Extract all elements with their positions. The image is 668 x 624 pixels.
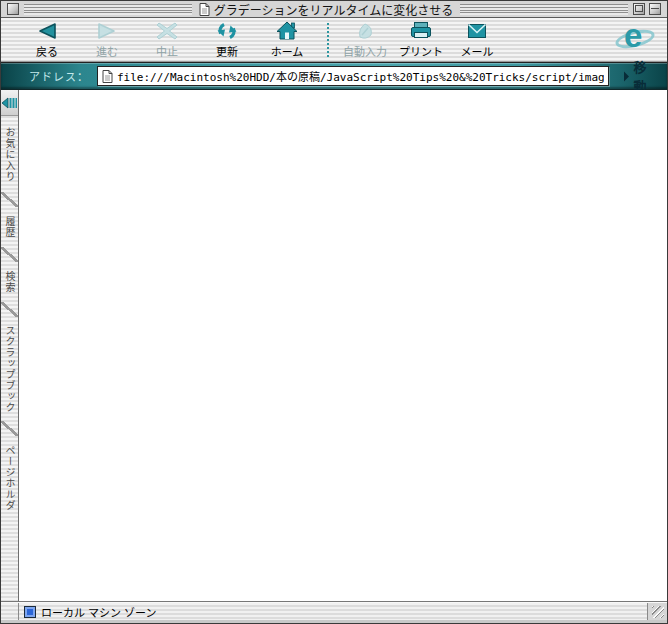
address-label: アドレス：: [29, 68, 89, 84]
sidebar-tab-separator: [1, 247, 18, 262]
home-button[interactable]: ホーム: [257, 20, 317, 60]
title-bar[interactable]: グラデーションをリアルタイムに変化させる: [1, 1, 667, 18]
sidebar-tab-separator: [1, 192, 18, 207]
toolbar-separator: [327, 23, 329, 57]
print-button-label: プリント: [399, 43, 443, 59]
autofill-pen-icon: [353, 20, 377, 42]
internet-explorer-logo: e: [615, 22, 657, 58]
zoom-box[interactable]: [633, 3, 645, 15]
home-button-label: ホーム: [271, 43, 304, 59]
chevron-right-icon: [623, 71, 630, 82]
ie-logo-letter: e: [624, 19, 642, 52]
autofill-button[interactable]: 自動入力: [339, 20, 391, 60]
back-button-label: 戻る: [36, 43, 58, 59]
titlebar-stripes: [24, 4, 192, 15]
stop-x-icon: [155, 20, 179, 42]
resize-grip-icon: [652, 606, 664, 618]
security-zone-text: ローカル マシン ゾーン: [41, 604, 157, 620]
window-bottom-edge: [1, 620, 667, 623]
mail-button-label: メール: [461, 43, 494, 59]
security-zone-icon: [24, 606, 36, 618]
document-icon: [102, 70, 113, 83]
forward-arrow-icon: [95, 20, 119, 42]
print-button[interactable]: プリント: [391, 20, 451, 60]
sidebar-tab-scrapbook[interactable]: スクラップブック: [2, 317, 17, 421]
sidebar-tab-separator: [1, 302, 18, 317]
back-arrow-icon: [35, 20, 59, 42]
close-box[interactable]: [7, 3, 19, 15]
address-url-text: file:///Macintosh%20HDD/本の原稿/JavaScript%…: [117, 68, 604, 84]
forward-button-label: 進む: [96, 43, 118, 59]
autofill-button-label: 自動入力: [343, 43, 387, 59]
sidebar-tab-separator: [1, 421, 18, 436]
window-title: グラデーションをリアルタイムに変化させる: [214, 1, 453, 18]
document-icon: [199, 3, 210, 16]
home-house-icon: [275, 20, 299, 42]
sidebar-tab-favorites[interactable]: お気に入り: [2, 116, 17, 192]
collapse-drawer-icon: [2, 97, 17, 109]
mail-envelope-icon: [464, 20, 490, 42]
main-area: お気に入り 履歴 検索 スクラップブック ページホルダ: [1, 90, 667, 602]
forward-button[interactable]: 進む: [77, 20, 137, 60]
mail-button[interactable]: メール: [451, 20, 503, 60]
titlebar-stripes: [460, 4, 628, 15]
window-title-group: グラデーションをリアルタイムに変化させる: [197, 1, 455, 18]
resize-grip[interactable]: [647, 603, 667, 621]
stop-button[interactable]: 中止: [137, 20, 197, 60]
address-input[interactable]: file:///Macintosh%20HDD/本の原稿/JavaScript%…: [97, 66, 609, 86]
refresh-button-label: 更新: [216, 43, 238, 59]
status-bar-left-stub: [1, 603, 19, 620]
windowshade-box[interactable]: [649, 3, 661, 15]
sidebar-tab-search[interactable]: 検索: [2, 262, 17, 302]
printer-icon: [408, 20, 434, 42]
stop-button-label: 中止: [156, 43, 178, 59]
status-bar: ローカル マシン ゾーン: [1, 602, 667, 620]
sidebar-tab-pageholder[interactable]: ページホルダ: [2, 436, 17, 520]
refresh-arrows-icon: [215, 20, 239, 42]
sidebar-expand-button[interactable]: [1, 90, 18, 116]
sidebar-tab-history[interactable]: 履歴: [2, 207, 17, 247]
browser-window: グラデーションをリアルタイムに変化させる 戻る 進む: [0, 0, 668, 624]
page-content-area: [19, 90, 667, 601]
back-button[interactable]: 戻る: [17, 20, 77, 60]
toolbar: 戻る 進む 中止: [1, 18, 667, 62]
refresh-button[interactable]: 更新: [197, 20, 257, 60]
sidebar-tab-strip: お気に入り 履歴 検索 スクラップブック ページホルダ: [1, 90, 19, 601]
address-bar: アドレス： file:///Macintosh%20HDD/本の原稿/JavaS…: [1, 62, 667, 90]
